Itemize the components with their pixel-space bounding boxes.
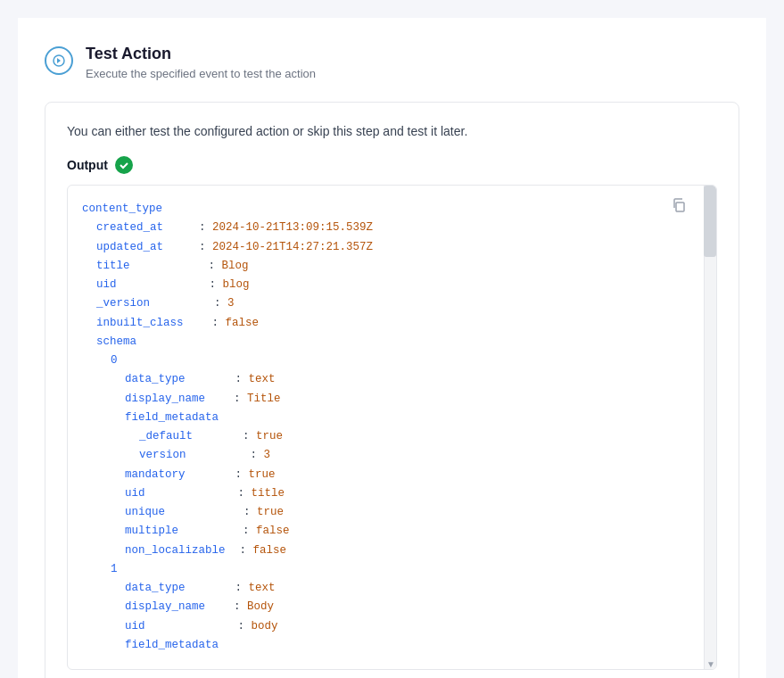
code-line: uid: title <box>82 484 689 503</box>
code-line: updated_at: 2024-10-21T14:27:21.357Z <box>82 238 689 257</box>
header-text: Test Action Execute the specified event … <box>86 45 316 80</box>
scrollbar-thumb[interactable] <box>704 186 716 257</box>
code-line: 1 <box>82 560 689 579</box>
code-line: content_type <box>82 200 689 219</box>
scroll-down-arrow[interactable]: ▼ <box>705 659 717 669</box>
page-subtitle: Execute the specified event to test the … <box>86 67 316 80</box>
code-line: non_localizable: false <box>82 542 689 560</box>
code-line: 0 <box>82 351 689 370</box>
code-line: uid: blog <box>82 276 689 294</box>
code-line: uid: body <box>82 617 689 636</box>
test-action-icon <box>45 46 73 75</box>
code-line: created_at: 2024-10-21T13:09:15.539Z <box>82 219 689 237</box>
code-line: inbuilt_class: false <box>82 314 689 333</box>
svg-rect-1 <box>676 203 684 211</box>
main-card: You can either test the configured actio… <box>45 102 739 678</box>
code-line: _default: true <box>82 427 689 446</box>
code-line: field_metadata <box>82 636 689 655</box>
code-line: title: Blog <box>82 257 689 276</box>
code-line: multiple: false <box>82 522 689 541</box>
code-line: mandatory: true <box>82 466 689 484</box>
code-line: field_metadata <box>82 409 689 427</box>
header-section: Test Action Execute the specified event … <box>45 45 739 80</box>
info-text: You can either test the configured actio… <box>67 124 717 138</box>
success-check-icon <box>115 156 133 174</box>
code-line: data_type: text <box>82 579 689 598</box>
output-label-text: Output <box>67 158 108 172</box>
code-line: version: 3 <box>82 446 689 465</box>
code-line: display_name: Title <box>82 390 689 409</box>
code-content: content_type created_at: 2024-10-21T13:0… <box>68 186 716 669</box>
code-line: data_type: text <box>82 370 689 389</box>
scrollbar-track: ▲ ▼ <box>704 186 716 669</box>
page-title: Test Action <box>86 45 316 63</box>
output-label: Output <box>67 156 717 174</box>
code-line: unique: true <box>82 503 689 522</box>
copy-button[interactable] <box>668 194 689 219</box>
page-container: Test Action Execute the specified event … <box>18 18 766 678</box>
code-line: display_name: Body <box>82 598 689 616</box>
code-line: schema <box>82 333 689 351</box>
code-line: _version: 3 <box>82 294 689 313</box>
output-section: Output ▲ <box>67 156 717 670</box>
output-box: ▲ ▼ content_type created_at: 2024-10-21T… <box>67 185 717 670</box>
